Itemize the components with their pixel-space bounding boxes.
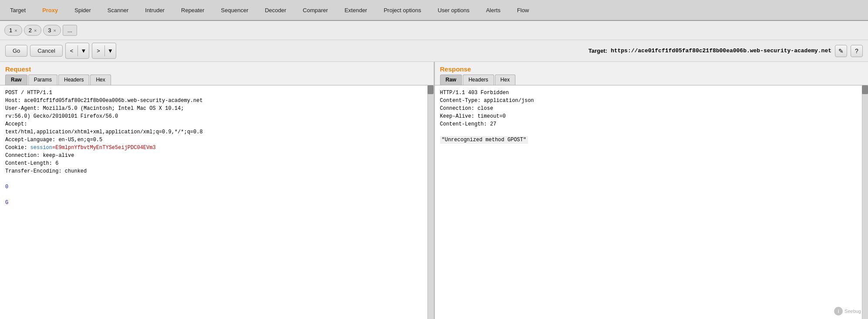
subtab-3-close[interactable]: × (54, 28, 56, 33)
main-content: Request Raw Params Headers Hex POST / HT… (0, 62, 868, 319)
back-btn-label[interactable]: < (66, 45, 78, 56)
back-nav-btn[interactable]: < ▼ (65, 43, 89, 59)
target-area: Target: https://ace01fcf1fd05faf80c21f8b… (589, 45, 863, 57)
request-scroll-thumb[interactable] (427, 85, 434, 94)
subtab-3-label: 3 (48, 27, 51, 34)
request-tab-headers[interactable]: Headers (58, 75, 89, 85)
response-lines: HTTP/1.1 403 Forbidden Content-Type: app… (440, 90, 534, 127)
response-tabs: Raw Headers Hex (435, 75, 868, 85)
tab-proxy[interactable]: Proxy (34, 1, 66, 19)
subtab-2-label: 2 (29, 27, 32, 34)
subtab-1[interactable]: 1 × (4, 25, 22, 36)
tab-target[interactable]: Target (2, 1, 34, 19)
cookie-session-value: =E9mlpnYfbvtMyEnTYSe5eijPDC04EVm3 (52, 145, 156, 151)
tab-decoder[interactable]: Decoder (256, 1, 294, 19)
seebug-icon: i (834, 307, 843, 316)
request-tab-params[interactable]: Params (28, 75, 57, 85)
response-title: Response (435, 62, 868, 75)
sub-tabs-row: 1 × 2 × 3 × ... (0, 21, 868, 40)
tab-intruder[interactable]: Intruder (137, 1, 173, 19)
tab-extender[interactable]: Extender (336, 1, 375, 19)
subtab-2[interactable]: 2 × (24, 25, 42, 36)
seebug-logo: i Seebug (834, 307, 861, 316)
req-zero: 0 (5, 184, 8, 190)
help-button[interactable]: ? (851, 45, 863, 57)
request-title: Request (0, 62, 434, 75)
tab-spider[interactable]: Spider (66, 1, 99, 19)
target-label: Target: (589, 48, 607, 54)
request-scrollbar[interactable] (427, 85, 434, 319)
subtab-1-label: 1 (9, 27, 12, 34)
seebug-label: Seebug (844, 309, 861, 314)
edit-target-button[interactable]: ✎ (835, 45, 847, 57)
response-code[interactable]: HTTP/1.1 403 Forbidden Content-Type: app… (435, 85, 868, 319)
response-body: "Unrecognized method GPOST" (440, 136, 528, 144)
response-scroll-thumb[interactable] (862, 85, 868, 94)
tab-sequencer[interactable]: Sequencer (213, 1, 257, 19)
request-panel: Request Raw Params Headers Hex POST / HT… (0, 62, 434, 319)
tab-flow[interactable]: Flow (509, 1, 537, 19)
response-scrollbar[interactable] (862, 85, 868, 319)
request-code[interactable]: POST / HTTP/1.1 Host: ace01fcf1fd05faf80… (0, 85, 434, 319)
tab-comparer[interactable]: Comparer (295, 1, 336, 19)
req-g: G (5, 200, 8, 206)
forward-nav-btn[interactable]: > ▼ (92, 43, 116, 59)
tab-repeater[interactable]: Repeater (173, 1, 212, 19)
request-line-1: POST / HTTP/1.1 Host: ace01fcf1fd05faf80… (5, 90, 203, 206)
tab-user-options[interactable]: User options (429, 1, 478, 19)
subtab-1-close[interactable]: × (14, 28, 17, 33)
response-tab-headers[interactable]: Headers (463, 75, 494, 85)
response-panel: Response Raw Headers Hex HTTP/1.1 403 Fo… (435, 62, 868, 319)
request-tabs: Raw Params Headers Hex (0, 75, 434, 85)
response-content[interactable]: HTTP/1.1 403 Forbidden Content-Type: app… (435, 85, 868, 319)
toolbar: Go Cancel < ▼ > ▼ Target: https://ace01f… (0, 40, 868, 62)
subtab-2-close[interactable]: × (34, 28, 37, 33)
forward-btn-arrow[interactable]: ▼ (105, 45, 116, 56)
cookie-session-key: session (30, 145, 52, 151)
go-button[interactable]: Go (5, 45, 27, 57)
request-tab-hex[interactable]: Hex (90, 75, 111, 85)
request-tab-raw[interactable]: Raw (5, 75, 27, 85)
forward-btn-label[interactable]: > (92, 45, 105, 56)
top-nav: Target Proxy Spider Scanner Intruder Rep… (0, 0, 868, 21)
tab-scanner[interactable]: Scanner (99, 1, 137, 19)
response-tab-raw[interactable]: Raw (440, 75, 462, 85)
back-btn-arrow[interactable]: ▼ (78, 45, 89, 56)
tab-alerts[interactable]: Alerts (478, 1, 508, 19)
cancel-button[interactable]: Cancel (30, 45, 62, 57)
tab-project-options[interactable]: Project options (375, 1, 429, 19)
subtab-more[interactable]: ... (63, 25, 77, 36)
request-content[interactable]: POST / HTTP/1.1 Host: ace01fcf1fd05faf80… (0, 85, 434, 319)
target-url: https://ace01fcf1fd05faf80c21f8b00ea006b… (611, 48, 831, 54)
subtab-3[interactable]: 3 × (43, 25, 61, 36)
response-tab-hex[interactable]: Hex (495, 75, 515, 85)
